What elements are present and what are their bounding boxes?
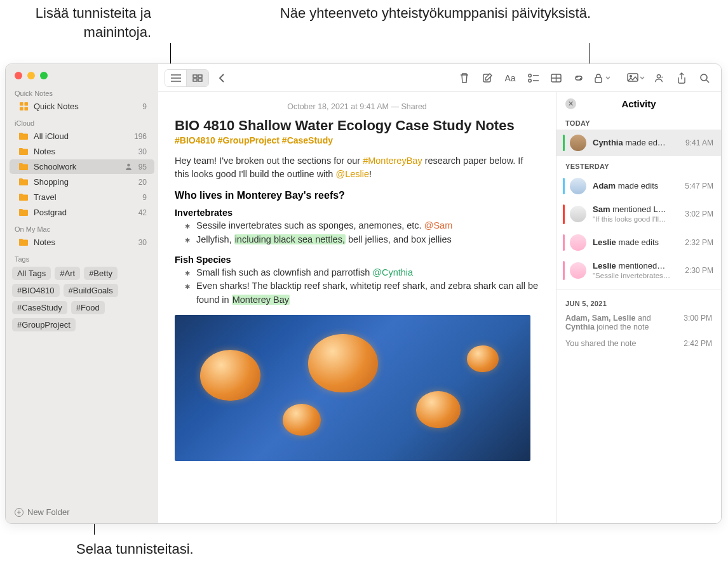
search-button[interactable] — [694, 69, 715, 87]
list-view-button[interactable] — [165, 70, 187, 86]
lock-button[interactable] — [591, 69, 612, 87]
tag-pill[interactable]: #Art — [55, 267, 80, 280]
zoom-icon[interactable] — [40, 72, 48, 79]
sidebar-item-count: 42 — [138, 208, 147, 217]
folder-icon — [18, 238, 29, 247]
sidebar-item[interactable]: Schoolwork95 — [10, 159, 154, 174]
activity-bar — [563, 178, 565, 194]
sidebar-item-label: Postgrad — [34, 208, 133, 217]
media-button[interactable] — [626, 69, 646, 87]
close-icon[interactable] — [15, 72, 22, 79]
sidebar-item[interactable]: Postgrad42 — [10, 205, 154, 220]
bullet-list: Sessile invertebrates such as sponges, a… — [187, 219, 539, 247]
collaborate-button[interactable] — [649, 69, 669, 87]
svg-rect-1 — [24, 102, 28, 106]
sidebar: Quick Notes Quick Notes 9 iCloud All iCl… — [6, 64, 158, 523]
list-item: Sessile invertebrates such as sponges, a… — [187, 219, 539, 233]
mention[interactable]: @Sam — [424, 220, 453, 230]
hashtag[interactable]: #MontereyBay — [363, 156, 422, 166]
note-subheading: Invertebrates — [175, 208, 539, 218]
sidebar-section-tags: Tags — [6, 250, 158, 264]
activity-time: 9:41 AM — [685, 138, 713, 147]
sidebar-item[interactable]: Notes30 — [10, 235, 154, 250]
list-icon — [170, 72, 182, 84]
note-heading: Who lives in Monterey Bay's reefs? — [175, 190, 539, 201]
activity-text: Leslie mentioned…"Sessile invertebrates… — [593, 261, 678, 281]
lock-icon — [593, 72, 604, 84]
tag-pill[interactable]: All Tags — [12, 267, 51, 280]
back-button[interactable] — [212, 69, 232, 87]
sidebar-item[interactable]: Notes30 — [10, 144, 154, 159]
folder-icon — [18, 132, 29, 141]
activity-time: 3:00 PM — [684, 314, 712, 331]
sidebar-item-quick-notes[interactable]: Quick Notes 9 — [10, 99, 154, 114]
compose-button[interactable] — [477, 69, 497, 87]
sidebar-item-count: 196 — [134, 132, 147, 141]
activity-row[interactable]: Leslie made edits 2:32 PM — [556, 229, 721, 256]
svg-rect-10 — [193, 79, 197, 81]
sidebar-item-label: Notes — [34, 237, 133, 247]
minimize-icon[interactable] — [27, 72, 35, 79]
activity-row[interactable]: Sam mentioned L…"If this looks good I'll… — [556, 199, 721, 229]
note-title: BIO 4810 Shallow Water Ecology Case Stud… — [175, 117, 539, 134]
tag-pill[interactable]: #BIO4810 — [12, 284, 60, 297]
activity-plain-row: You shared the note 2:42 PM — [556, 335, 721, 352]
activity-plain-row: Adam, Sam, Leslie and Cynthia joined the… — [556, 310, 721, 335]
tag-pill[interactable]: #Food — [71, 301, 105, 314]
table-button[interactable] — [546, 69, 566, 87]
folder-icon — [18, 147, 29, 156]
close-activity-button[interactable]: ✕ — [565, 98, 576, 109]
tag-pill[interactable]: #BuildGoals — [64, 284, 118, 297]
tags-area: All Tags#Art#Betty#BIO4810#BuildGoals#Ca… — [6, 264, 158, 338]
note-hashtags: #BIO4810 #GroupProject #CaseStudy — [175, 135, 539, 145]
activity-time: 5:47 PM — [685, 182, 713, 190]
text: ! — [369, 169, 372, 179]
sidebar-item-label: Shopping — [34, 177, 133, 187]
sidebar-item-count: 20 — [138, 178, 147, 187]
compose-icon — [482, 72, 493, 84]
activity-text: Sam mentioned L…"If this looks good I'll… — [593, 204, 678, 224]
activity-title: Activity — [621, 98, 656, 109]
share-button[interactable] — [671, 69, 692, 87]
view-toggle — [165, 69, 209, 87]
link-button[interactable] — [569, 69, 589, 87]
sidebar-item[interactable]: Travel9 — [10, 190, 154, 204]
text: Small fish such as clownfish and parrotf… — [196, 267, 372, 277]
activity-row[interactable]: Cynthia made ed… 9:41 AM — [556, 130, 721, 156]
divider — [556, 289, 721, 290]
sidebar-section-onmymac: On My Mac — [6, 220, 158, 234]
text: bell jellies, and box jellies — [346, 234, 452, 244]
mention[interactable]: @Cynthia — [372, 267, 413, 277]
activity-time: 2:30 PM — [685, 266, 713, 275]
activity-row[interactable]: Leslie mentioned…"Sessile invertebrates…… — [556, 256, 721, 286]
format-button[interactable]: Aa — [500, 69, 520, 87]
sidebar-item[interactable]: All iCloud196 — [10, 129, 154, 144]
note-intro: Hey team! I've broken out the sections f… — [175, 154, 539, 181]
mention[interactable]: @Leslie — [335, 169, 369, 179]
svg-rect-9 — [198, 75, 202, 77]
sidebar-item-label: All iCloud — [34, 131, 129, 141]
sidebar-item-count: 95 — [138, 163, 147, 171]
new-folder-button[interactable]: New Folder — [6, 501, 158, 523]
text: Hey team! I've broken out the sections f… — [175, 156, 363, 166]
sidebar-item-count: 9 — [142, 102, 147, 111]
chevron-left-icon — [216, 72, 227, 84]
list-item: Small fish such as clownfish and parrotf… — [187, 266, 539, 280]
tag-pill[interactable]: #CaseStudy — [12, 301, 67, 314]
activity-text: Adam made edits — [593, 181, 678, 191]
svg-rect-8 — [193, 75, 197, 77]
main-area: Aa October 18, 2021 at 9:41 AM — Shared … — [158, 64, 721, 523]
activity-row[interactable]: Adam made edits 5:47 PM — [556, 173, 721, 199]
delete-button[interactable] — [454, 69, 475, 87]
activity-bar — [563, 234, 565, 251]
svg-line-25 — [706, 80, 709, 83]
activity-bar — [563, 204, 565, 224]
tag-pill[interactable]: #GroupProject — [12, 318, 76, 331]
tag-pill[interactable]: #Betty — [84, 267, 118, 280]
gallery-view-button[interactable] — [187, 70, 208, 86]
activity-pane: ✕ Activity TODAY Cynthia made ed… 9:41 A… — [556, 92, 721, 523]
note-subheading: Fish Species — [175, 255, 539, 265]
checklist-button[interactable] — [523, 69, 543, 87]
sidebar-item-label: Notes — [34, 147, 133, 156]
sidebar-item[interactable]: Shopping20 — [10, 175, 154, 189]
